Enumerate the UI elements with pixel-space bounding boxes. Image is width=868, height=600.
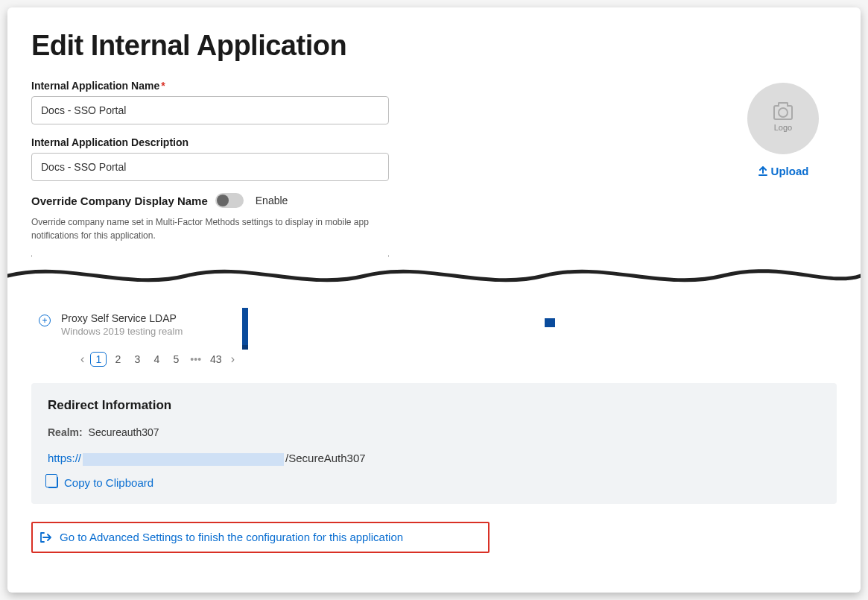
app-name-input[interactable] bbox=[31, 96, 389, 124]
override-toggle[interactable] bbox=[215, 193, 244, 208]
redirect-url[interactable]: https:///SecureAuth307 bbox=[48, 452, 820, 466]
pagination: ‹ 1 2 3 4 5 ••• 43 › bbox=[77, 352, 837, 367]
advanced-settings-text: Go to Advanced Settings to finish the co… bbox=[60, 531, 403, 543]
plus-circle-icon: + bbox=[39, 315, 51, 326]
url-scheme: https:// bbox=[48, 452, 81, 464]
override-toggle-row: Override Company Display Name Enable bbox=[31, 193, 389, 208]
copy-label: Copy to Clipboard bbox=[64, 476, 153, 489]
list-item-subtitle: Windows 2019 testing realm bbox=[61, 326, 183, 337]
app-description-label: Internal Application Description bbox=[31, 136, 389, 148]
enable-text: Enable bbox=[256, 195, 288, 206]
page-prev[interactable]: ‹ bbox=[77, 353, 87, 366]
logo-placeholder: Logo bbox=[747, 83, 819, 154]
page-next[interactable]: › bbox=[228, 353, 238, 366]
page-5[interactable]: 5 bbox=[168, 352, 184, 367]
redirect-information-panel: Redirect Information Realm: Secureauth30… bbox=[31, 383, 837, 504]
page-title: Edit Internal Application bbox=[31, 30, 837, 62]
logo-placeholder-text: Logo bbox=[774, 123, 792, 132]
copy-icon bbox=[48, 476, 58, 488]
camera-icon bbox=[773, 105, 793, 120]
top-section: Internal Application Name* Internal Appl… bbox=[31, 80, 837, 242]
page-last[interactable]: 43 bbox=[207, 352, 225, 367]
realm-value: Secureauth307 bbox=[89, 426, 159, 438]
required-marker: * bbox=[161, 80, 165, 92]
folder-icon bbox=[545, 318, 555, 327]
redirect-title: Redirect Information bbox=[48, 398, 820, 413]
logo-column: Logo Upload bbox=[747, 83, 819, 242]
page-2[interactable]: 2 bbox=[110, 352, 126, 367]
page-ellipsis: ••• bbox=[187, 353, 204, 365]
exit-icon bbox=[39, 531, 52, 544]
url-redacted bbox=[83, 453, 284, 466]
upload-icon bbox=[758, 166, 768, 177]
override-help-text: Override company name set in Multi-Facto… bbox=[31, 215, 389, 242]
list-item-row[interactable]: + Proxy Self Service LDAP Windows 2019 t… bbox=[31, 309, 837, 343]
copy-to-clipboard-button[interactable]: Copy to Clipboard bbox=[48, 476, 820, 489]
toggle-knob bbox=[217, 195, 229, 206]
app-name-label: Internal Application Name* bbox=[31, 80, 389, 92]
page-3[interactable]: 3 bbox=[129, 352, 145, 367]
upload-label: Upload bbox=[771, 165, 809, 177]
edit-application-card: Edit Internal Application Internal Appli… bbox=[7, 7, 861, 593]
list-item-title: Proxy Self Service LDAP bbox=[61, 312, 183, 324]
list-scrollbar[interactable] bbox=[242, 308, 248, 348]
page-1[interactable]: 1 bbox=[90, 352, 107, 367]
page-4[interactable]: 4 bbox=[148, 352, 165, 367]
content-break-wave bbox=[7, 257, 861, 317]
url-path: /SecureAuth307 bbox=[285, 452, 366, 464]
advanced-settings-link[interactable]: Go to Advanced Settings to finish the co… bbox=[31, 522, 490, 553]
realm-row: Realm: Secureauth307 bbox=[48, 426, 820, 438]
form-column: Internal Application Name* Internal Appl… bbox=[31, 80, 389, 242]
app-description-input[interactable] bbox=[31, 153, 389, 181]
upload-button[interactable]: Upload bbox=[758, 165, 809, 177]
bottom-section: + Proxy Self Service LDAP Windows 2019 t… bbox=[31, 309, 837, 553]
override-label: Override Company Display Name bbox=[31, 195, 208, 207]
realm-label: Realm: bbox=[48, 426, 83, 438]
